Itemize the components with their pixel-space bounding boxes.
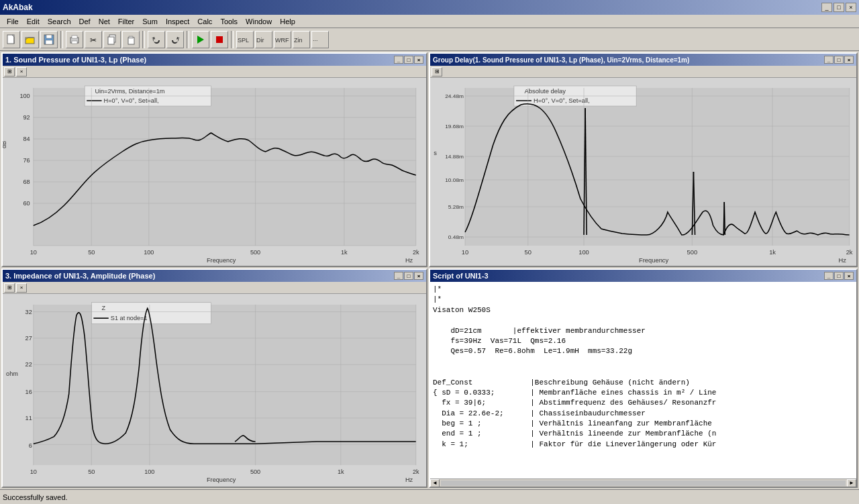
menu-inspect[interactable]: Inspect <box>162 16 193 27</box>
svg-text:84: 84 <box>23 136 30 142</box>
scr-minimize[interactable]: _ <box>824 272 833 280</box>
scroll-left[interactable]: ◄ <box>430 479 440 487</box>
print-button[interactable] <box>66 31 83 48</box>
svg-text:100: 100 <box>19 93 30 99</box>
svg-text:16: 16 <box>26 389 32 395</box>
horizontal-scrollbar[interactable]: ◄ ► <box>430 478 856 487</box>
close-button[interactable]: × <box>846 3 856 12</box>
svg-rect-14 <box>216 36 223 43</box>
script-title: Script of UNI1-3 <box>433 272 489 280</box>
impedance-subtoolbar: ⊞ × <box>3 282 426 294</box>
imp-tb-2[interactable]: × <box>16 283 27 293</box>
imp-close[interactable]: × <box>414 272 423 280</box>
scr-close[interactable]: × <box>844 272 854 280</box>
svg-text:6: 6 <box>29 442 32 448</box>
run-button[interactable] <box>192 31 209 48</box>
menu-tools[interactable]: Tools <box>216 16 242 27</box>
sp-maximize[interactable]: □ <box>404 56 413 64</box>
menu-bar: File Edit Search Def Net Filter Sum Insp… <box>0 15 859 28</box>
sound-pressure-subtoolbar: ⊞ × <box>3 66 426 78</box>
gd-maximize[interactable]: □ <box>834 56 844 64</box>
svg-text:dB: dB <box>3 141 7 148</box>
svg-rect-4 <box>46 40 52 44</box>
gd-tb-1[interactable]: ⊞ <box>432 67 442 77</box>
paste-button[interactable] <box>122 31 140 48</box>
svg-text:14.88m: 14.88m <box>445 154 464 160</box>
minimize-button[interactable]: _ <box>821 3 832 12</box>
wrf-button[interactable]: WRF <box>274 31 291 48</box>
gd-minimize[interactable]: _ <box>824 56 833 64</box>
group-delay-chart: Absolute delay H=0°, V=0°, Set=all, s 24… <box>430 78 856 266</box>
menu-file[interactable]: File <box>3 16 23 27</box>
stop-button[interactable] <box>211 31 228 48</box>
save-button[interactable] <box>40 31 58 48</box>
undo-button[interactable] <box>148 31 165 48</box>
svg-text:H=0°, V=0°, Set=all,: H=0°, V=0°, Set=all, <box>534 97 590 104</box>
sound-pressure-controls[interactable]: _ □ × <box>394 56 423 64</box>
menu-edit[interactable]: Edit <box>23 16 44 27</box>
toolbar: ✂ SPL Dir WRF Zin ··· <box>0 28 859 51</box>
maximize-button[interactable]: □ <box>833 3 844 12</box>
redo-button[interactable] <box>166 31 184 48</box>
scroll-right[interactable]: ► <box>847 479 856 487</box>
svg-marker-13 <box>197 36 204 44</box>
group-delay-controls[interactable]: _ □ × <box>824 56 854 64</box>
copy-button[interactable] <box>103 31 121 48</box>
svg-text:22: 22 <box>26 361 32 368</box>
menu-def[interactable]: Def <box>75 16 95 27</box>
menu-search[interactable]: Search <box>44 16 75 27</box>
svg-text:5.28m: 5.28m <box>448 204 464 210</box>
imp-minimize[interactable]: _ <box>394 272 403 280</box>
cut-button[interactable]: ✂ <box>85 31 102 48</box>
imp-maximize[interactable]: □ <box>404 272 413 280</box>
svg-text:Dir: Dir <box>256 37 264 44</box>
status-text: Successfully saved. <box>3 493 68 501</box>
svg-text:27: 27 <box>26 335 32 342</box>
spl-button[interactable]: SPL <box>236 31 254 48</box>
app-title: AkAbak <box>3 3 33 12</box>
extra-button[interactable]: ··· <box>311 31 329 48</box>
gd-close[interactable]: × <box>844 56 854 64</box>
sep4 <box>231 31 234 48</box>
menu-calc[interactable]: Calc <box>193 16 216 27</box>
new-button[interactable] <box>3 31 20 48</box>
svg-text:Hz: Hz <box>838 257 846 264</box>
zin-button[interactable]: Zin <box>293 31 310 48</box>
menu-net[interactable]: Net <box>95 16 114 27</box>
svg-text:19.68m: 19.68m <box>445 123 464 130</box>
sound-pressure-chart: Uin=2Vrms, Distance=1m H=0°, V=0°, Set=a… <box>3 78 426 266</box>
sound-pressure-window: 1. Sound Pressure of UNI1-3, Lp (Phase) … <box>1 52 427 267</box>
svg-rect-11 <box>128 38 134 44</box>
script-controls[interactable]: _ □ × <box>824 272 854 280</box>
title-bar-controls[interactable]: _ □ × <box>821 3 856 12</box>
svg-line-92 <box>724 202 725 235</box>
svg-text:1k: 1k <box>769 249 776 256</box>
svg-text:10.08m: 10.08m <box>445 177 464 183</box>
sep2 <box>142 31 145 48</box>
menu-window[interactable]: Window <box>242 16 276 27</box>
group-delay-title: Group Delay(1. Sound Pressure of UNI1-3,… <box>433 56 689 64</box>
scr-maximize[interactable]: □ <box>834 272 844 280</box>
sound-pressure-title-bar: 1. Sound Pressure of UNI1-3, Lp (Phase) … <box>3 54 426 66</box>
menu-sum[interactable]: Sum <box>138 16 162 27</box>
svg-text:11: 11 <box>26 415 32 421</box>
menu-filter[interactable]: Filter <box>114 16 138 27</box>
svg-rect-3 <box>46 35 52 38</box>
impedance-window: 3. Impedance of UNI1-3, Amplitude (Phase… <box>1 268 427 488</box>
scroll-track[interactable] <box>441 481 846 486</box>
open-button[interactable] <box>21 31 39 48</box>
svg-text:60: 60 <box>23 200 30 207</box>
sp-minimize[interactable]: _ <box>394 56 403 64</box>
svg-text:···: ··· <box>313 37 318 44</box>
sp-close[interactable]: × <box>414 56 423 64</box>
script-editor[interactable]: |* |* Visaton W250S dD=21cm |effektiver … <box>430 282 856 478</box>
svg-rect-21 <box>34 88 416 246</box>
dir-button[interactable]: Dir <box>255 31 272 48</box>
sp-tb-2[interactable]: × <box>16 67 27 77</box>
sp-tb-1[interactable]: ⊞ <box>4 67 15 77</box>
sep3 <box>187 31 189 48</box>
imp-tb-1[interactable]: ⊞ <box>4 283 15 293</box>
impedance-controls[interactable]: _ □ × <box>394 272 423 280</box>
menu-help[interactable]: Help <box>276 16 299 27</box>
svg-text:50: 50 <box>88 468 95 475</box>
